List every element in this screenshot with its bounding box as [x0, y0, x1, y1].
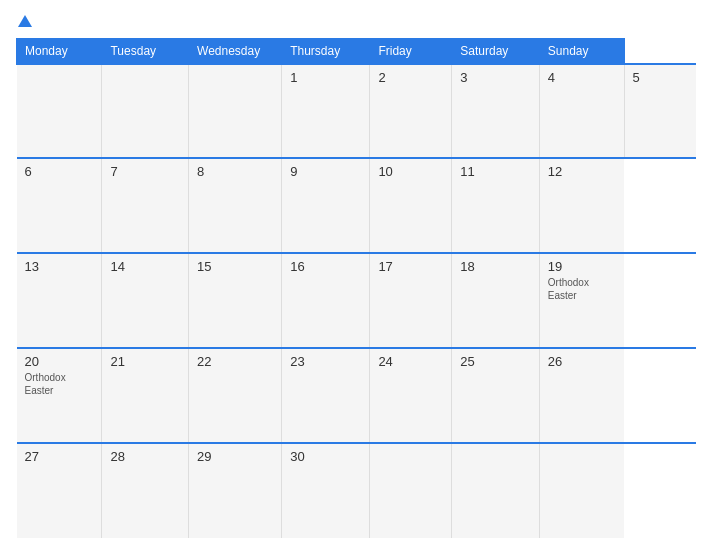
calendar-cell: 20Orthodox Easter — [17, 348, 102, 443]
weekday-header: Tuesday — [102, 38, 189, 64]
calendar-cell: 1 — [282, 64, 370, 159]
day-number: 20 — [25, 354, 94, 369]
day-number: 14 — [110, 259, 180, 274]
calendar-cell: 26 — [539, 348, 624, 443]
calendar-body: 12345678910111213141516171819Orthodox Ea… — [17, 64, 697, 538]
calendar-cell: 7 — [102, 158, 189, 253]
calendar-cell: 2 — [370, 64, 452, 159]
calendar-week-row: 20Orthodox Easter212223242526 — [17, 348, 697, 443]
calendar-cell: 27 — [17, 443, 102, 538]
calendar-cell: 29 — [189, 443, 282, 538]
calendar-cell — [17, 64, 102, 159]
calendar-cell: 21 — [102, 348, 189, 443]
calendar-cell: 5 — [624, 64, 696, 159]
calendar-cell — [102, 64, 189, 159]
day-number: 11 — [460, 164, 530, 179]
weekday-header-row: MondayTuesdayWednesdayThursdayFridaySatu… — [17, 38, 697, 64]
calendar-week-row: 6789101112 — [17, 158, 697, 253]
day-number: 24 — [378, 354, 443, 369]
calendar-cell — [539, 443, 624, 538]
calendar-week-row: 13141516171819Orthodox Easter — [17, 253, 697, 348]
day-number: 29 — [197, 449, 273, 464]
day-number: 26 — [548, 354, 616, 369]
calendar-cell — [189, 64, 282, 159]
day-number: 27 — [25, 449, 94, 464]
day-number: 10 — [378, 164, 443, 179]
calendar-cell: 9 — [282, 158, 370, 253]
day-event: Orthodox Easter — [25, 371, 94, 397]
header — [16, 12, 696, 30]
logo — [16, 12, 32, 30]
weekday-header: Sunday — [539, 38, 624, 64]
day-number: 13 — [25, 259, 94, 274]
calendar-cell: 10 — [370, 158, 452, 253]
calendar-cell: 19Orthodox Easter — [539, 253, 624, 348]
day-number: 3 — [460, 70, 530, 85]
calendar-cell: 6 — [17, 158, 102, 253]
calendar-cell: 12 — [539, 158, 624, 253]
calendar-cell: 13 — [17, 253, 102, 348]
calendar-table: MondayTuesdayWednesdayThursdayFridaySatu… — [16, 38, 696, 538]
calendar-cell: 16 — [282, 253, 370, 348]
day-number: 25 — [460, 354, 530, 369]
calendar-cell — [370, 443, 452, 538]
day-number: 30 — [290, 449, 361, 464]
calendar-cell: 14 — [102, 253, 189, 348]
calendar-cell: 23 — [282, 348, 370, 443]
day-number: 12 — [548, 164, 616, 179]
day-number: 5 — [633, 70, 689, 85]
day-number: 18 — [460, 259, 530, 274]
calendar-cell: 24 — [370, 348, 452, 443]
day-number: 19 — [548, 259, 616, 274]
logo-triangle-icon — [18, 15, 32, 27]
weekday-header: Monday — [17, 38, 102, 64]
day-number: 6 — [25, 164, 94, 179]
calendar-cell: 4 — [539, 64, 624, 159]
calendar-week-row: 12345 — [17, 64, 697, 159]
day-number: 7 — [110, 164, 180, 179]
day-number: 1 — [290, 70, 361, 85]
calendar-cell: 15 — [189, 253, 282, 348]
calendar-cell: 25 — [452, 348, 539, 443]
day-number: 21 — [110, 354, 180, 369]
calendar-cell: 18 — [452, 253, 539, 348]
weekday-header: Friday — [370, 38, 452, 64]
calendar-week-row: 27282930 — [17, 443, 697, 538]
day-number: 22 — [197, 354, 273, 369]
calendar-cell: 3 — [452, 64, 539, 159]
day-number: 8 — [197, 164, 273, 179]
day-number: 17 — [378, 259, 443, 274]
calendar-cell: 11 — [452, 158, 539, 253]
day-number: 15 — [197, 259, 273, 274]
day-number: 2 — [378, 70, 443, 85]
weekday-header: Wednesday — [189, 38, 282, 64]
weekday-header: Saturday — [452, 38, 539, 64]
calendar-cell — [452, 443, 539, 538]
day-number: 9 — [290, 164, 361, 179]
calendar-cell: 28 — [102, 443, 189, 538]
day-number: 28 — [110, 449, 180, 464]
calendar-wrapper: MondayTuesdayWednesdayThursdayFridaySatu… — [0, 0, 712, 550]
weekday-header: Thursday — [282, 38, 370, 64]
day-event: Orthodox Easter — [548, 276, 616, 302]
calendar-cell: 8 — [189, 158, 282, 253]
day-number: 23 — [290, 354, 361, 369]
day-number: 4 — [548, 70, 616, 85]
calendar-cell: 17 — [370, 253, 452, 348]
day-number: 16 — [290, 259, 361, 274]
calendar-cell: 30 — [282, 443, 370, 538]
logo-top — [16, 12, 32, 30]
calendar-cell: 22 — [189, 348, 282, 443]
